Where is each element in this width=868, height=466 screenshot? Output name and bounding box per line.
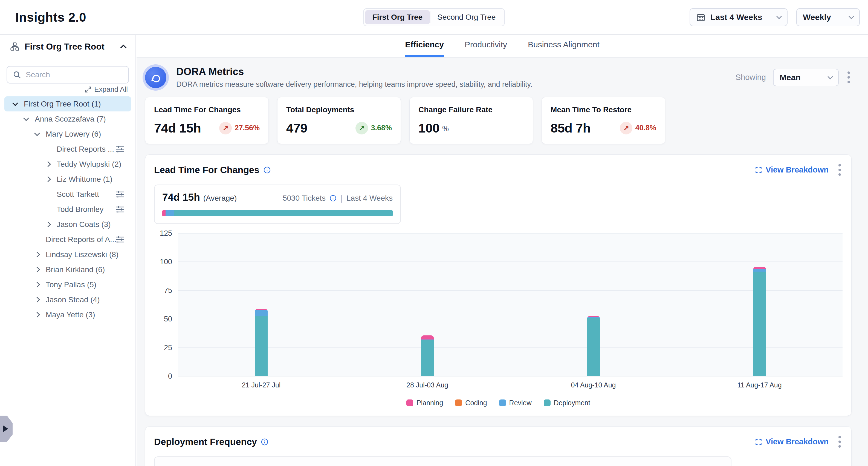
bar-segment-planning <box>421 336 434 340</box>
deployment-frequency-title: Deployment Frequency <box>154 436 257 447</box>
tree-item-label: First Org Tree Root (1) <box>24 100 101 109</box>
chevron-spacer <box>46 147 50 151</box>
sidebar-header[interactable]: First Org Tree Root <box>0 35 135 58</box>
metric-card-value: 100 <box>418 120 439 136</box>
chevron-right-icon[interactable] <box>45 176 51 182</box>
chevron-right-icon[interactable] <box>45 222 51 227</box>
deployment-kebab-menu[interactable] <box>837 434 842 449</box>
deployment-frequency-card: Deployment Frequency View Breakdown <box>145 426 851 466</box>
tree-item[interactable]: Brian Kirkland (6) <box>4 262 131 277</box>
filter-icon[interactable] <box>115 145 125 153</box>
tree-item[interactable]: Jason Stead (4) <box>4 292 131 307</box>
legend-label: Coding <box>465 399 487 407</box>
chevron-up-icon[interactable] <box>120 45 127 51</box>
y-axis: 0255075100125 <box>154 233 178 376</box>
bar-segment-planning <box>753 267 766 269</box>
chevron-right-icon[interactable] <box>34 267 40 272</box>
tab-business-alignment[interactable]: Business Alignment <box>528 40 599 57</box>
chevron-down-icon[interactable] <box>12 100 18 106</box>
tree-item-label: Direct Reports of A... <box>46 235 116 244</box>
tree-item[interactable]: Lindsay Liszewski (8) <box>4 247 131 262</box>
metric-card-value-row: 479↗3.68% <box>286 120 392 136</box>
dora-metrics-header: DORA Metrics DORA metrics measure softwa… <box>145 66 851 89</box>
chevron-spacer <box>35 237 39 241</box>
x-tick-label: 28 Jul-03 Aug <box>344 381 510 389</box>
toggle-first-org-tree[interactable]: First Org Tree <box>365 10 430 24</box>
bar-segment-review <box>753 269 766 271</box>
trend-badge: ↗27.56% <box>219 122 260 135</box>
stacked-bar[interactable] <box>753 267 766 376</box>
tree-item[interactable]: Liz Whittome (1) <box>4 172 131 187</box>
legend-label: Deployment <box>554 399 590 407</box>
deployment-frequency-controls: View Breakdown <box>755 434 842 449</box>
showing-label: Showing <box>736 73 766 82</box>
tree-item[interactable]: Maya Yette (3) <box>4 307 131 322</box>
metric-card: Change Failure Rate100% <box>409 97 533 144</box>
chevron-down-icon <box>776 14 782 19</box>
tree-item-label: Todd Bromley <box>57 205 103 214</box>
tree-item[interactable]: Scott Tarkett <box>4 187 131 202</box>
lead-time-summary-card: 74d 15h (Average) 5030 Tickets | Last 4 … <box>154 184 401 224</box>
phase-segment-deployment <box>174 210 393 216</box>
chevron-spacer <box>46 207 50 211</box>
metric-card-title: Lead Time For Changes <box>154 106 260 114</box>
toggle-second-org-tree[interactable]: Second Org Tree <box>430 10 503 24</box>
tree-item[interactable]: Jason Coats (3) <box>4 217 131 232</box>
filter-icon[interactable] <box>115 205 125 213</box>
chevron-right-icon[interactable] <box>34 312 40 318</box>
metric-card-value-row: 85d 7h↗40.8% <box>551 120 656 136</box>
tree-item[interactable]: Direct Reports of A... <box>4 232 131 247</box>
deployment-summary-card-partial <box>154 457 732 466</box>
filter-icon[interactable] <box>115 190 125 199</box>
tree-item[interactable]: Tony Pallas (5) <box>4 277 131 292</box>
tree-item-label: Brian Kirkland (6) <box>46 265 105 274</box>
stacked-bar[interactable] <box>255 309 268 376</box>
tab-efficiency[interactable]: Efficiency <box>405 40 444 57</box>
summary-period: Last 4 Weeks <box>346 194 393 203</box>
tree-item-label: Mary Lowery (6) <box>46 130 101 139</box>
search-input[interactable] <box>26 70 123 79</box>
tree-item-label: Tony Pallas (5) <box>46 280 96 289</box>
date-range-dropdown[interactable]: Last 4 Weeks <box>690 8 787 26</box>
chevron-right-icon[interactable] <box>34 252 40 257</box>
lead-time-kebab-menu[interactable] <box>837 163 842 177</box>
tree-item[interactable]: First Org Tree Root (1) <box>4 96 131 111</box>
lead-time-title: Lead Time For Changes <box>154 165 259 175</box>
metric-card: Lead Time For Changes74d 15h↗27.56% <box>145 97 269 144</box>
info-icon[interactable] <box>263 166 271 174</box>
expand-all-button[interactable]: Expand All <box>0 85 128 94</box>
granularity-dropdown[interactable]: Weekly <box>796 8 860 26</box>
chevron-spacer <box>46 192 50 196</box>
x-tick-label: 11 Aug-17 Aug <box>677 381 842 389</box>
showing-dropdown[interactable]: Mean <box>773 69 839 86</box>
arrow-right-icon <box>3 425 8 432</box>
view-breakdown-button[interactable]: View Breakdown <box>755 165 829 174</box>
tree-item[interactable]: Todd Bromley <box>4 202 131 217</box>
chevron-right-icon[interactable] <box>34 282 40 288</box>
tabs-bar: EfficiencyProductivityBusiness Alignment <box>136 35 868 58</box>
chevron-down-icon[interactable] <box>23 115 29 121</box>
tree-item-label: Liz Whittome (1) <box>57 175 113 184</box>
stacked-bar[interactable] <box>587 316 600 376</box>
tree-item[interactable]: Direct Reports ... <box>4 142 131 156</box>
calendar-icon <box>696 12 706 22</box>
stacked-bar[interactable] <box>421 336 434 376</box>
org-tree-toggle: First Org Tree Second Org Tree <box>363 8 505 26</box>
filter-icon[interactable] <box>115 235 125 244</box>
chevron-right-icon[interactable] <box>45 161 51 167</box>
chevron-right-icon[interactable] <box>34 297 40 302</box>
y-tick-label: 25 <box>164 343 172 352</box>
tree-item[interactable]: Mary Lowery (6) <box>4 126 131 142</box>
chevron-down-icon[interactable] <box>34 130 40 136</box>
tree-item[interactable]: Anna Scozzafava (7) <box>4 111 131 126</box>
trend-badge: ↗3.68% <box>355 122 392 135</box>
trend-arrow-icon: ↗ <box>219 122 232 135</box>
view-breakdown-button[interactable]: View Breakdown <box>755 437 829 446</box>
tab-productivity[interactable]: Productivity <box>465 40 507 57</box>
plot-area <box>178 233 842 376</box>
info-icon[interactable] <box>330 195 337 202</box>
dora-kebab-menu[interactable] <box>846 70 851 85</box>
info-icon[interactable] <box>261 438 269 446</box>
metric-card-title: Total Deployments <box>286 106 392 114</box>
tree-item[interactable]: Teddy Wylupski (2) <box>4 156 131 172</box>
